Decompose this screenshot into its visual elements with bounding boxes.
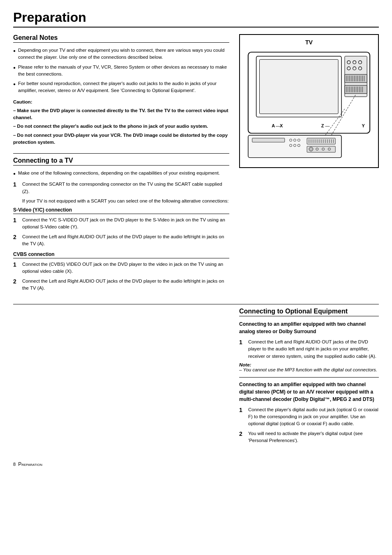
page-number: 8 [13,462,16,467]
svideo-subsection: S-Video (Y/C) connection 1 Connect the Y… [13,207,229,247]
svg-text:Z: Z [321,123,324,128]
svg-rect-2 [260,60,339,114]
connecting-tv-section: Connecting to a TV Make one of the follo… [13,157,229,292]
analog-stereo-steps: 1 Connect the Left and Right AUDIO OUT j… [239,339,379,360]
bullet-item: Depending on your TV and other equipment… [13,47,229,61]
digital-step-1: 1 Connect the player's digital audio out… [239,406,379,428]
digital-stereo-subsection: Connecting to an amplifier equipped with… [239,381,379,444]
cvbs-title: CVBS connection [13,251,229,258]
svideo-step-1: 1 Connect the Y/C S-VIDEO OUT jack on th… [13,216,229,231]
svg-text:—: — [325,123,330,128]
bullet-item: For better sound reproduction, connect t… [13,80,229,94]
general-notes-title: General Notes [13,34,229,43]
tv-svg-diagram: A — X Z — Y [244,48,374,162]
svideo-title: S-Video (Y/C) connection [13,207,229,214]
cvbs-step-1: 1 Connect the (CVBS) VIDEO OUT jack on t… [13,261,229,275]
page-title: Preparation [13,10,379,28]
bullet-item: Make one of the following connections, d… [13,170,229,177]
step-1-indent: If your TV is not equipped with a SCART … [22,198,229,205]
connecting-optional-section: Connecting to Optional Equipment Connect… [239,308,379,444]
connecting-tv-title: Connecting to a TV [13,157,229,166]
caution-label: Caution: [13,99,32,104]
svideo-step-2: 2 Connect the Left and Right AUDIO OUT j… [13,233,229,248]
tv-label: TV [244,39,374,46]
page-footer: 8 Preparation [13,461,379,467]
svideo-steps: 1 Connect the Y/C S-VIDEO OUT jack on th… [13,216,229,247]
cvbs-step-2: 2 Connect the Left and Right AUDIO OUT j… [13,278,229,292]
analog-note: Note: – You cannot use the MP3 function … [239,362,379,372]
digital-step-2: 2 You will need to activate the player's… [239,430,379,444]
note-label: Note: [239,362,251,367]
analog-stereo-subsection: Connecting to an amplifier equipped with… [239,320,379,372]
connecting-optional-title: Connecting to Optional Equipment [239,308,379,316]
bottom-left-spacer [13,308,229,451]
general-notes-section: General Notes Depending on your TV and o… [13,34,229,146]
digital-stereo-title: Connecting to an amplifier equipped with… [239,381,379,403]
digital-stereo-steps: 1 Connect the player's digital audio out… [239,406,379,444]
bottom-row: Connecting to Optional Equipment Connect… [13,308,379,451]
svg-text:A: A [272,123,275,128]
svg-rect-42 [252,138,285,142]
svg-text:X: X [280,123,283,128]
cvbs-steps: 1 Connect the (CVBS) VIDEO OUT jack on t… [13,261,229,292]
step-1-text: Connect the SCART to the corresponding c… [22,181,229,195]
connecting-optional-column: Connecting to Optional Equipment Connect… [239,308,379,451]
analog-stereo-title: Connecting to an amplifier equipped with… [239,320,379,335]
footer-label: Preparation [18,461,42,467]
general-notes-column: General Notes Depending on your TV and o… [13,34,229,299]
svg-text:Y: Y [362,123,365,128]
analog-step-1: 1 Connect the Left and Right AUDIO OUT j… [239,339,379,360]
caution-line-3: – Do not connect your DVD-player via you… [13,132,229,146]
tv-diagram: TV A — X Z — Y [239,34,379,168]
note-text: – You cannot use the MP3 function with t… [239,367,377,372]
connecting-tv-steps: 1 Connect the SCART to the corresponding… [13,181,229,195]
svg-point-64 [309,147,313,151]
general-notes-bullets: Depending on your TV and other equipment… [13,47,229,94]
step-1: 1 Connect the SCART to the corresponding… [13,181,229,195]
cvbs-subsection: CVBS connection 1 Connect the (CVBS) VID… [13,251,229,292]
caution-line-2: – Do not connect the player's audio out … [13,123,229,130]
bullet-item: Please refer to the manuals of your TV, … [13,64,229,78]
caution-line-1: – Make sure the DVD player is connected … [13,107,229,122]
tv-diagram-column: TV A — X Z — Y [239,34,379,299]
caution-block: Caution: – Make sure the DVD player is c… [13,99,229,146]
connecting-tv-bullets: Make one of the following connections, d… [13,170,229,177]
